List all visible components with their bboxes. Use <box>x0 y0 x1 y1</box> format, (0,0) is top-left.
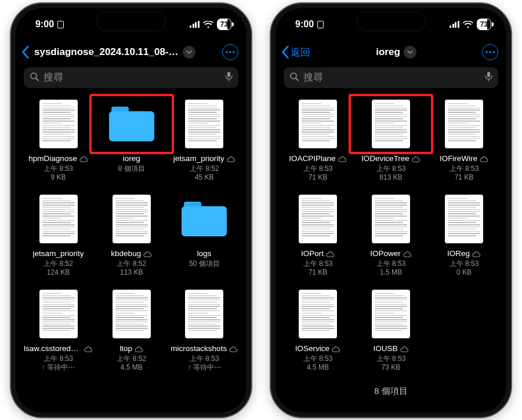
status-time: 9:00 <box>35 19 54 30</box>
file-grid[interactable]: IOACPIPlane上午 8:5371 KBIODeviceTree上午 8:… <box>277 94 505 411</box>
nav-bar: sysdiagnose_2024.10.11_08-52... <box>17 39 245 65</box>
more-button[interactable] <box>222 44 238 60</box>
file-meta-size: 45 KB <box>195 173 214 182</box>
title-menu[interactable] <box>404 46 416 59</box>
grid-item[interactable]: IOFireWire上午 8:5371 KB <box>430 97 498 182</box>
signal-icon <box>449 21 459 28</box>
file-meta-time: 上午 8:53 <box>303 355 333 363</box>
file-meta-size: 4.5 MB <box>121 363 143 372</box>
wifi-icon <box>203 21 213 28</box>
page-title: sysdiagnose_2024.10.11_08-52... <box>34 46 179 58</box>
grid-item[interactable]: IOPort上午 8:5371 KB <box>284 192 352 277</box>
document-icon <box>372 100 410 148</box>
svg-rect-11 <box>487 72 490 77</box>
file-meta-size: ↑ 等待中⋯ <box>188 363 221 372</box>
file-meta-time: 上午 8:53 <box>190 355 219 363</box>
grid-item[interactable]: microstackshots上午 8:53↑ 等待中⋯ <box>171 287 239 372</box>
file-meta-time: 上午 8:53 <box>376 260 406 268</box>
grid-item[interactable]: hpmDiagnose上午 8:539 KB <box>24 97 93 182</box>
file-meta-time: 上午 8:53 <box>303 165 333 173</box>
grid-item[interactable]: kbdebug上午 8:52113 KB <box>97 192 166 277</box>
file-meta-size: 71 KB <box>309 173 328 182</box>
svg-point-6 <box>485 51 488 53</box>
document-icon <box>185 100 223 148</box>
file-meta-time: 50 個項目 <box>189 260 220 268</box>
nav-bar: 返回 ioreg <box>277 39 505 65</box>
mic-icon[interactable] <box>485 71 492 84</box>
file-meta-time: 上午 8:52 <box>117 355 146 363</box>
grid-item[interactable]: IOACPIPlane上午 8:5371 KB <box>284 97 352 182</box>
back-button[interactable]: 返回 <box>281 46 310 59</box>
grid-item[interactable]: ioreg8 個項目 <box>97 97 166 182</box>
cloud-icon <box>79 156 88 162</box>
cloud-icon <box>472 251 481 257</box>
file-meta-size: 71 KB <box>455 173 474 182</box>
more-button[interactable] <box>482 44 498 60</box>
file-meta-size: 813 KB <box>379 173 402 182</box>
search-bar[interactable] <box>24 67 238 88</box>
document-icon <box>372 195 410 243</box>
grid-item[interactable]: IOService上午 8:534.5 MB <box>284 287 352 372</box>
grid-item[interactable]: ltop上午 8:524.5 MB <box>97 287 166 372</box>
grid-item[interactable]: lsaw.csstoredump上午 8:53↑ 等待中⋯ <box>24 287 93 372</box>
file-name: IOUSB <box>373 344 397 354</box>
screen: 9:00 73 sysdiagnose_2024.10.11_08-52... <box>17 9 245 411</box>
file-meta-time: 上午 8:53 <box>44 165 73 173</box>
grid-item[interactable]: IOPower上午 8:531.5 MB <box>357 192 425 277</box>
file-name: IODeviceTree <box>361 154 409 164</box>
search-input[interactable] <box>303 72 480 83</box>
svg-point-8 <box>492 51 495 53</box>
status-doc-icon <box>317 21 324 28</box>
file-name: jetsam_priority <box>33 249 84 259</box>
file-name: IOReg <box>447 249 470 259</box>
file-meta-size: 0 KB <box>456 268 472 277</box>
status-time: 9:00 <box>295 19 314 30</box>
back-label: 返回 <box>291 46 310 59</box>
file-name: kbdebug <box>111 249 141 259</box>
file-name: jetsam_priority <box>173 154 224 164</box>
file-grid[interactable]: hpmDiagnose上午 8:539 KBioreg8 個項目jetsam_p… <box>17 94 245 411</box>
file-meta-time: 8 個項目 <box>118 165 145 173</box>
document-icon <box>372 290 410 338</box>
file-meta-size: 71 KB <box>309 268 328 277</box>
document-icon <box>299 290 337 338</box>
back-button[interactable] <box>21 46 31 59</box>
svg-point-2 <box>233 51 235 53</box>
file-name: ltop <box>119 344 132 354</box>
grid-item[interactable]: IOUSB上午 8:5373 KB <box>357 287 425 372</box>
cloud-icon <box>229 346 238 352</box>
cloud-icon <box>480 156 488 162</box>
grid-item[interactable]: IODeviceTree上午 8:53813 KB <box>357 97 425 182</box>
document-icon <box>299 100 337 148</box>
cloud-icon <box>227 156 235 162</box>
grid-item[interactable]: IOReg上午 8:530 KB <box>430 192 498 277</box>
document-icon <box>445 195 483 243</box>
search-input[interactable] <box>44 72 220 83</box>
file-meta-time: 上午 8:52 <box>190 165 219 173</box>
file-name: lsaw.csstoredump <box>24 344 82 354</box>
file-meta-size: 124 KB <box>47 268 70 277</box>
grid-item[interactable]: logs50 個項目 <box>171 192 239 277</box>
mic-icon[interactable] <box>225 71 233 84</box>
signal-icon <box>190 21 200 28</box>
svg-point-7 <box>489 51 491 53</box>
cloud-icon <box>403 251 412 257</box>
search-bar[interactable] <box>284 67 498 88</box>
phone-left: 9:00 73 sysdiagnose_2024.10.11_08-52... <box>10 2 252 418</box>
grid-item[interactable]: jetsam_priority上午 8:5245 KB <box>171 97 239 182</box>
battery-indicator: 73 <box>217 19 231 30</box>
screen: 9:00 73 返回 ioreg <box>277 9 505 411</box>
title-menu[interactable] <box>183 46 195 59</box>
grid-item[interactable]: jetsam_priority上午 8:52124 KB <box>24 192 93 277</box>
file-name: microstackshots <box>171 344 227 354</box>
cloud-icon <box>412 156 420 162</box>
svg-point-1 <box>229 51 231 53</box>
document-icon <box>113 195 151 243</box>
folder-icon <box>182 202 227 236</box>
svg-line-10 <box>296 78 298 81</box>
file-name: hpmDiagnose <box>28 154 77 164</box>
file-meta-size: 73 KB <box>382 363 401 372</box>
svg-point-0 <box>226 51 228 53</box>
cloud-icon <box>84 346 93 352</box>
file-meta-time: 上午 8:52 <box>44 260 73 268</box>
